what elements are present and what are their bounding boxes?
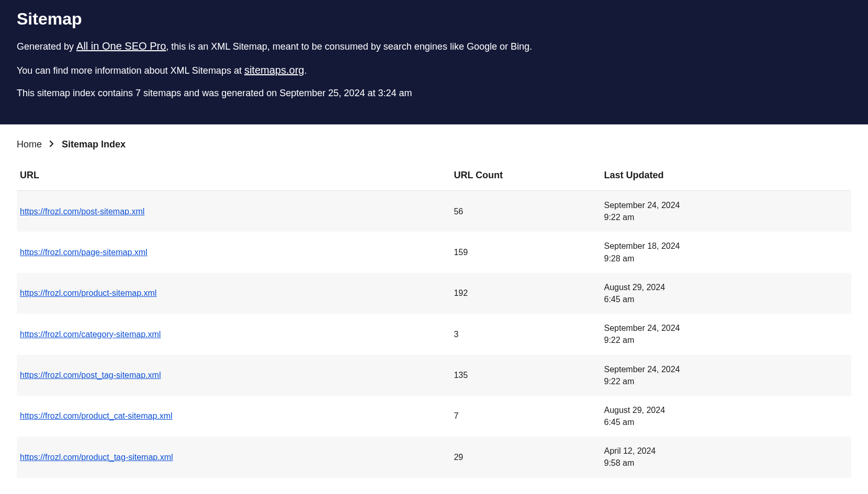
cell-count: 7 xyxy=(450,396,601,436)
updated-time: 6:45 am xyxy=(604,293,846,305)
updated-time: 9:58 am xyxy=(604,457,846,469)
table-row: https://frozl.com/post-sitemap.xml56Sept… xyxy=(17,191,851,232)
table-row: https://frozl.com/product_tag-sitemap.xm… xyxy=(17,436,851,477)
cell-updated: September 24, 20249:22 am xyxy=(601,191,851,232)
updated-date: August 29, 2024 xyxy=(604,281,846,293)
sitemap-link[interactable]: https://frozl.com/page-sitemap.xml xyxy=(20,248,148,257)
aioseo-link[interactable]: All in One SEO Pro xyxy=(76,40,166,52)
summary-text: This sitemap index contains 7 sitemaps a… xyxy=(17,86,851,100)
cell-count: 192 xyxy=(450,273,601,314)
cell-url: https://frozl.com/page-sitemap.xml xyxy=(17,232,450,272)
updated-date: August 29, 2024 xyxy=(604,404,846,416)
cell-url: https://frozl.com/category-sitemap.xml xyxy=(17,314,450,354)
cell-url: https://frozl.com/product_tag-sitemap.xm… xyxy=(17,436,450,477)
breadcrumb: Home Sitemap Index xyxy=(0,124,868,160)
intro-suffix: , this is an XML Sitemap, meant to be co… xyxy=(166,41,532,52)
sitemap-link[interactable]: https://frozl.com/category-sitemap.xml xyxy=(20,330,161,339)
cell-count: 135 xyxy=(450,355,601,396)
intro-prefix: Generated by xyxy=(17,41,76,52)
sitemap-link[interactable]: https://frozl.com/product-sitemap.xml xyxy=(20,289,156,297)
cell-updated: September 24, 20249:22 am xyxy=(601,355,851,396)
cell-updated: September 18, 20249:28 am xyxy=(601,232,851,272)
more-info-suffix: . xyxy=(304,65,307,76)
sitemap-link[interactable]: https://frozl.com/post-sitemap.xml xyxy=(20,207,144,216)
more-info-prefix: You can find more information about XML … xyxy=(17,65,244,76)
updated-date: April 12, 2024 xyxy=(604,445,846,457)
col-updated-header: Last Updated xyxy=(601,160,851,191)
cell-updated: August 29, 20246:45 am xyxy=(601,396,851,436)
table-row: https://frozl.com/product_cat-sitemap.xm… xyxy=(17,396,851,436)
cell-count: 3 xyxy=(450,314,601,354)
updated-time: 9:22 am xyxy=(604,334,846,346)
chevron-right-icon xyxy=(49,139,54,150)
updated-time: 9:22 am xyxy=(604,375,846,387)
table-row: https://frozl.com/product-sitemap.xml192… xyxy=(17,273,851,314)
cell-url: https://frozl.com/product-sitemap.xml xyxy=(17,273,450,314)
table-row: https://frozl.com/post_tag-sitemap.xml13… xyxy=(17,355,851,396)
cell-updated: August 29, 20246:45 am xyxy=(601,273,851,314)
cell-count: 56 xyxy=(450,191,601,232)
breadcrumb-home[interactable]: Home xyxy=(17,139,42,150)
cell-updated: April 12, 20249:58 am xyxy=(601,436,851,477)
col-count-header: URL Count xyxy=(450,160,601,191)
updated-date: September 24, 2024 xyxy=(604,322,846,334)
sitemap-link[interactable]: https://frozl.com/product_cat-sitemap.xm… xyxy=(20,411,173,420)
table-row: https://frozl.com/page-sitemap.xml159Sep… xyxy=(17,232,851,272)
sitemap-link[interactable]: https://frozl.com/post_tag-sitemap.xml xyxy=(20,371,161,380)
cell-url: https://frozl.com/post-sitemap.xml xyxy=(17,191,450,232)
page-header: Sitemap Generated by All in One SEO Pro,… xyxy=(0,0,868,124)
sitemap-table: URL URL Count Last Updated https://frozl… xyxy=(17,160,851,478)
cell-count: 29 xyxy=(450,436,601,477)
table-row: https://frozl.com/category-sitemap.xml3S… xyxy=(17,314,851,354)
table-header-row: URL URL Count Last Updated xyxy=(17,160,851,191)
sitemap-table-wrap: URL URL Count Last Updated https://frozl… xyxy=(0,160,868,493)
intro-text: Generated by All in One SEO Pro, this is… xyxy=(17,38,851,54)
col-url-header: URL xyxy=(17,160,450,191)
cell-url: https://frozl.com/product_cat-sitemap.xm… xyxy=(17,396,450,436)
cell-updated: September 24, 20249:22 am xyxy=(601,314,851,354)
updated-date: September 18, 2024 xyxy=(604,240,846,252)
updated-time: 9:28 am xyxy=(604,252,846,265)
sitemaps-org-link[interactable]: sitemaps.org xyxy=(244,64,305,76)
cell-count: 159 xyxy=(450,232,601,272)
updated-time: 9:22 am xyxy=(604,211,846,223)
cell-url: https://frozl.com/post_tag-sitemap.xml xyxy=(17,355,450,396)
sitemap-link[interactable]: https://frozl.com/product_tag-sitemap.xm… xyxy=(20,453,173,462)
updated-date: September 24, 2024 xyxy=(604,199,846,211)
updated-time: 6:45 am xyxy=(604,416,846,428)
updated-date: September 24, 2024 xyxy=(604,363,846,375)
page-title: Sitemap xyxy=(17,9,851,29)
breadcrumb-current: Sitemap Index xyxy=(62,139,126,150)
more-info-text: You can find more information about XML … xyxy=(17,62,851,78)
